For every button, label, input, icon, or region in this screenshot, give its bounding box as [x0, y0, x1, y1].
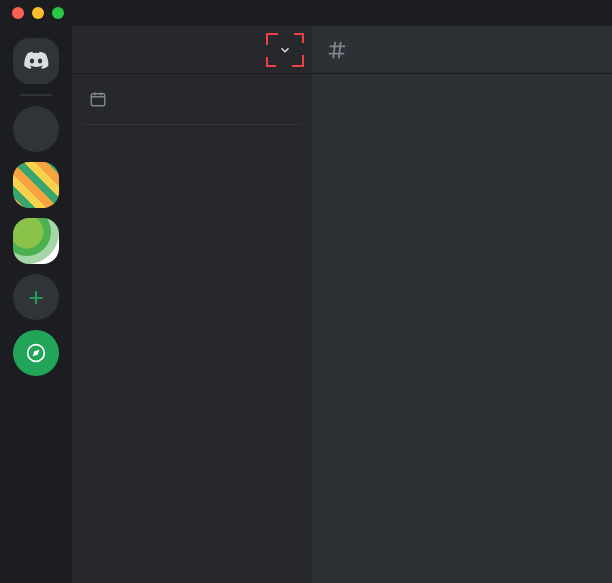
channel-header [312, 26, 612, 74]
server-item[interactable] [13, 106, 59, 152]
add-server-button[interactable]: + [13, 274, 59, 320]
main-content [312, 26, 612, 583]
hash-icon [326, 39, 348, 61]
divider [82, 124, 302, 125]
minimize-window-button[interactable] [32, 7, 44, 19]
svg-rect-1 [91, 94, 105, 106]
home-button[interactable] [13, 38, 59, 84]
window-titlebar [0, 0, 612, 26]
server-item[interactable] [13, 218, 59, 264]
calendar-icon [88, 89, 108, 109]
explore-servers-button[interactable] [13, 330, 59, 376]
channel-sidebar [72, 26, 312, 583]
server-header[interactable] [72, 26, 312, 74]
server-item[interactable] [13, 162, 59, 208]
server-list: + [0, 26, 72, 583]
events-row[interactable] [80, 82, 304, 116]
close-window-button[interactable] [12, 7, 24, 19]
maximize-window-button[interactable] [52, 7, 64, 19]
server-menu-chevron[interactable] [272, 37, 298, 63]
server-separator [20, 94, 52, 96]
